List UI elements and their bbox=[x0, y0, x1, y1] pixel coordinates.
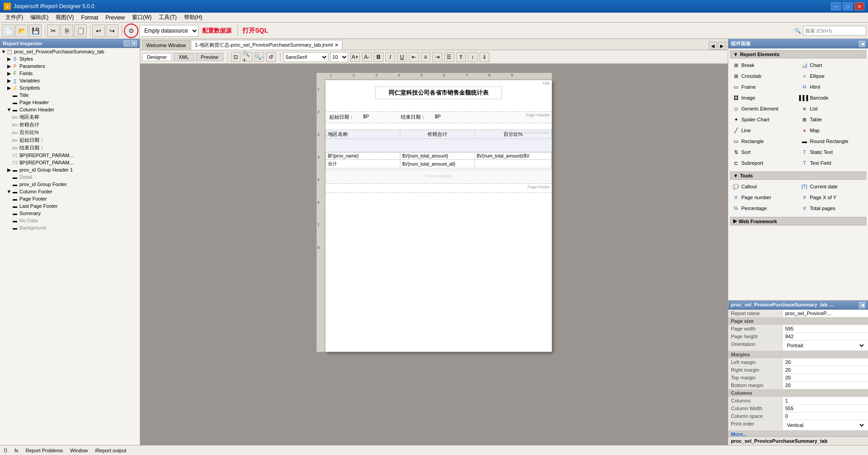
tab-report-close[interactable]: ✕ bbox=[335, 43, 338, 48]
tree-col-header[interactable]: ▼ ▬ Column Header bbox=[0, 106, 140, 113]
font-select[interactable]: SansSerif bbox=[283, 52, 328, 62]
designer-tab[interactable]: Designer bbox=[142, 53, 172, 61]
valign-middle[interactable]: ↕ bbox=[468, 52, 478, 62]
redo-button[interactable]: ↪ bbox=[106, 24, 119, 37]
menu-help[interactable]: 帮助(H) bbox=[180, 13, 206, 22]
paste-button[interactable]: 📋 bbox=[74, 24, 87, 37]
prop-report-name-value[interactable]: proc_sel_ProviceP.... bbox=[783, 310, 868, 317]
font-size-select[interactable]: 10 bbox=[330, 52, 348, 62]
tree-page-header[interactable]: ▬ Page Header bbox=[0, 99, 140, 106]
inspector-close[interactable]: ✕ bbox=[131, 40, 137, 47]
prop-top-margin-value[interactable]: 20 bbox=[783, 374, 868, 381]
comp-total-pages[interactable]: # Total pages bbox=[799, 203, 867, 213]
prop-col-space-value[interactable]: 0 bbox=[783, 412, 868, 420]
prov-group-arrow[interactable]: ▶ bbox=[6, 167, 12, 173]
prop-right-margin-value[interactable]: 20 bbox=[783, 366, 868, 374]
tree-prov-footer[interactable]: ▬ prov_id Group Footer bbox=[0, 181, 140, 188]
tree-jsrq[interactable]: abc 结束日期： bbox=[0, 144, 140, 152]
web-framework-header[interactable]: ▶ Web Framework bbox=[730, 217, 866, 225]
preview-tab[interactable]: Preview bbox=[196, 53, 223, 61]
zoom-in-button[interactable]: 🔍+ bbox=[242, 52, 252, 62]
prop-print-order-value[interactable]: Vertical Horizontal bbox=[783, 420, 868, 430]
font-smaller[interactable]: A- bbox=[362, 52, 372, 62]
tools-section-header[interactable]: ▼ Tools bbox=[730, 172, 866, 180]
tab-nav-right[interactable]: ▶ bbox=[718, 42, 726, 50]
prop-col-width-value[interactable]: 555 bbox=[783, 405, 868, 412]
valign-bottom[interactable]: ⇓ bbox=[479, 52, 489, 62]
tree-detail[interactable]: ▬ Detail bbox=[0, 173, 140, 181]
tree-param1[interactable]: [T] $P{IREPORT_PARAM... bbox=[0, 152, 140, 159]
tree-bfb[interactable]: abc 百分比% bbox=[0, 129, 140, 136]
comp-current-date[interactable]: [T] Current date bbox=[799, 182, 867, 192]
comp-crosstab[interactable]: ⊞ Crosstab bbox=[730, 71, 798, 81]
comp-round-rect[interactable]: ▬ Round Rectangle bbox=[799, 136, 867, 146]
underline-button[interactable]: U bbox=[397, 52, 407, 62]
tree-dqmc[interactable]: abc 地区名称 bbox=[0, 113, 140, 121]
comp-spider[interactable]: ✦ Spider Chart bbox=[730, 115, 798, 125]
menu-edit[interactable]: 编辑(E) bbox=[27, 13, 52, 22]
tree-parameters[interactable]: ▶ P Parameters bbox=[0, 62, 140, 70]
prop-bottom-margin-value[interactable]: 20 bbox=[783, 382, 868, 389]
new-button[interactable]: 📄 bbox=[2, 24, 14, 37]
vars-arrow[interactable]: ▶ bbox=[6, 78, 12, 84]
undo-button[interactable]: ↩ bbox=[92, 24, 105, 37]
col-header-arrow[interactable]: ▼ bbox=[6, 107, 12, 112]
xml-tab[interactable]: XML bbox=[174, 53, 194, 61]
menu-view[interactable]: 视图(V) bbox=[52, 13, 77, 22]
menu-file[interactable]: 文件(F) bbox=[2, 13, 27, 22]
tree-background[interactable]: ▬ Background bbox=[0, 224, 140, 231]
zoom-out-button[interactable]: 🔍- bbox=[254, 52, 264, 62]
tree-root[interactable]: ▼ 📋 proc_sel_ProvicePurchaseSummary_tab bbox=[0, 48, 140, 55]
comp-static-text[interactable]: T Static Text bbox=[799, 147, 867, 157]
datasource-dropdown[interactable]: Empty datasource bbox=[139, 25, 199, 37]
menu-preview[interactable]: Preview bbox=[102, 14, 128, 22]
comp-pin[interactable]: ◀ bbox=[859, 41, 865, 47]
print-order-select[interactable]: Vertical Horizontal bbox=[785, 421, 865, 429]
tab-report[interactable]: 1-地区购货汇总-proc_sel_ProvicePurchaseSummary… bbox=[191, 40, 342, 50]
comp-ellipse[interactable]: ○ Ellipse bbox=[799, 71, 867, 81]
comp-html[interactable]: H Html bbox=[799, 82, 867, 92]
comp-image[interactable]: 🖼 Image bbox=[730, 93, 798, 103]
search-input[interactable] bbox=[803, 26, 866, 36]
comp-percentage[interactable]: % Percentage bbox=[730, 203, 798, 213]
maximize-button[interactable]: □ bbox=[843, 2, 853, 10]
tree-no-data[interactable]: ▬ No Data bbox=[0, 217, 140, 224]
prop-page-width-value[interactable]: 595 bbox=[783, 325, 868, 332]
comp-callout[interactable]: 💬 Callout bbox=[730, 182, 798, 192]
props-pin[interactable]: ◀ bbox=[859, 302, 865, 308]
prop-orientation-value[interactable]: Portrait Landscape bbox=[783, 340, 868, 350]
menu-tools[interactable]: 工具(T) bbox=[155, 13, 180, 22]
comp-table[interactable]: ⊞ Table bbox=[799, 115, 867, 125]
save-button[interactable]: 💾 bbox=[29, 24, 42, 37]
tree-col-footer[interactable]: ▼ ▬ Column Footer bbox=[0, 188, 140, 195]
prop-more-label[interactable]: More... bbox=[728, 431, 868, 436]
tree-summary[interactable]: ▬ Summary bbox=[0, 210, 140, 217]
align-right[interactable]: ⇥ bbox=[432, 52, 442, 62]
report-elements-header[interactable]: ▼ Report Elements bbox=[730, 50, 866, 58]
inspector-minimize[interactable]: _ bbox=[123, 40, 130, 47]
comp-subreport[interactable]: ⊏ Subreport bbox=[730, 158, 798, 168]
tree-page-footer[interactable]: ▬ Page Footer bbox=[0, 195, 140, 202]
cut-button[interactable]: ✂ bbox=[47, 24, 60, 37]
prop-columns-value[interactable]: 1 bbox=[783, 397, 868, 404]
config-datasource-button[interactable]: ⚙ bbox=[124, 24, 138, 38]
copy-button[interactable]: ⎘ bbox=[61, 24, 73, 37]
comp-line[interactable]: ╱ Line bbox=[730, 125, 798, 135]
comp-barcode[interactable]: ▌▌▌ Barcode bbox=[799, 93, 867, 103]
menu-window[interactable]: 窗口(W) bbox=[128, 13, 155, 22]
ireport-output-link[interactable]: iReport output bbox=[95, 448, 126, 453]
prop-page-height-value[interactable]: 842 bbox=[783, 333, 868, 340]
align-left[interactable]: ⇤ bbox=[409, 52, 419, 62]
comp-map[interactable]: ● Map bbox=[799, 125, 867, 135]
minimize-button[interactable]: ─ bbox=[831, 2, 841, 10]
comp-page-number[interactable]: # Page number bbox=[730, 192, 798, 202]
window-link[interactable]: Window bbox=[70, 448, 88, 453]
align-center[interactable]: ≡ bbox=[421, 52, 431, 62]
comp-break[interactable]: ⊞ Break bbox=[730, 60, 798, 70]
tree-param2[interactable]: [T] $P{IREPORT_PARAM... bbox=[0, 159, 140, 166]
comp-page-x-of-y[interactable]: # Page X of Y bbox=[799, 192, 867, 202]
valign-top[interactable]: ⇑ bbox=[456, 52, 466, 62]
open-button[interactable]: 📂 bbox=[15, 24, 28, 37]
comp-sort[interactable]: ⇅ Sort bbox=[730, 147, 798, 157]
comp-text-field[interactable]: T Text Field bbox=[799, 158, 867, 168]
